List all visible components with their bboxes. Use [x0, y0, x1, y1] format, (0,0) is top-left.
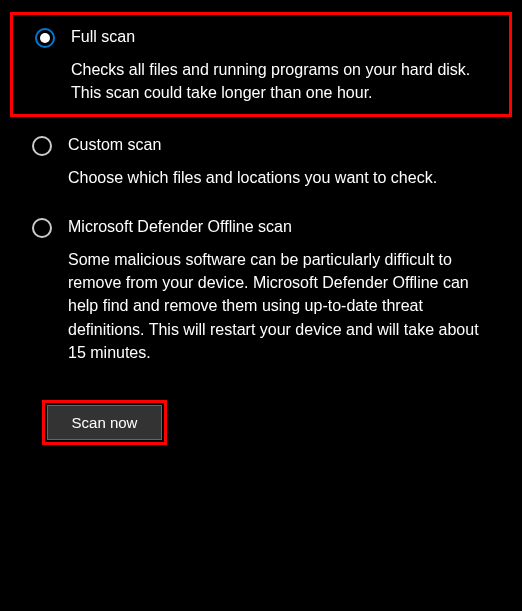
scan-option-offline-scan[interactable]: Microsoft Defender Offline scan Some mal… — [10, 205, 512, 374]
option-content: Custom scan Choose which files and locat… — [68, 135, 494, 189]
scan-options-list: Full scan Checks all files and running p… — [10, 12, 512, 380]
option-description-full-scan: Checks all files and running programs on… — [71, 58, 491, 104]
option-label-custom-scan: Custom scan — [68, 135, 494, 156]
option-content: Full scan Checks all files and running p… — [71, 27, 491, 104]
button-row: Scan now — [10, 400, 512, 445]
option-description-offline-scan: Some malicious software can be particula… — [68, 248, 494, 364]
radio-button-full-scan[interactable] — [35, 28, 55, 48]
option-label-offline-scan: Microsoft Defender Offline scan — [68, 217, 494, 238]
scan-button-highlight: Scan now — [42, 400, 167, 445]
option-content: Microsoft Defender Offline scan Some mal… — [68, 217, 494, 364]
radio-button-offline-scan[interactable] — [32, 218, 52, 238]
radio-button-custom-scan[interactable] — [32, 136, 52, 156]
option-label-full-scan: Full scan — [71, 27, 491, 48]
option-description-custom-scan: Choose which files and locations you wan… — [68, 166, 494, 189]
scan-option-custom-scan[interactable]: Custom scan Choose which files and locat… — [10, 123, 512, 199]
scan-option-full-scan[interactable]: Full scan Checks all files and running p… — [10, 12, 512, 117]
scan-now-button[interactable]: Scan now — [47, 405, 162, 440]
